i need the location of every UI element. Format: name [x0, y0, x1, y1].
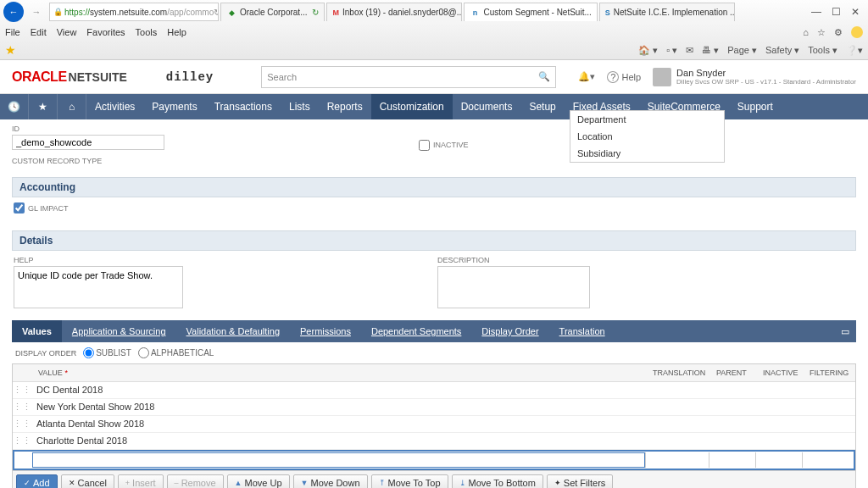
col-value[interactable]: VALUE *: [13, 364, 648, 381]
inactive-label: INACTIVE: [433, 141, 469, 149]
toolbar-home-icon[interactable]: 🏠 ▾: [638, 45, 658, 56]
help-link[interactable]: ?Help: [607, 72, 641, 82]
help-textarea[interactable]: Unique ID code per Trade Show.: [14, 266, 183, 308]
toolbar-safety[interactable]: Safety ▾: [765, 45, 799, 56]
window-close-icon[interactable]: ✕: [851, 6, 860, 18]
drag-handle-icon[interactable]: ⋮⋮: [13, 402, 31, 413]
table-row[interactable]: ⋮⋮Atlanta Dental Show 2018: [13, 416, 855, 433]
lock-icon: 🔒: [53, 8, 63, 16]
search-icon[interactable]: 🔍: [538, 71, 550, 82]
toolbar-print-icon[interactable]: 🖶 ▾: [702, 45, 719, 56]
set-filters-button[interactable]: ✦Set Filters: [547, 474, 614, 488]
tab-permissions[interactable]: Permissions: [290, 320, 361, 342]
browser-tab-3[interactable]: SNetSuite I.C.E. Implemenation ...: [599, 3, 735, 21]
toolbar-tools[interactable]: Tools ▾: [808, 45, 837, 56]
favorites-star-icon[interactable]: ★: [5, 43, 16, 57]
accounting-header[interactable]: Accounting: [12, 177, 856, 197]
nav-home-icon[interactable]: ⌂: [58, 94, 86, 119]
add-button[interactable]: ✓Add: [16, 474, 58, 488]
col-parent[interactable]: PARENT: [711, 364, 758, 381]
drag-handle-icon[interactable]: ⋮⋮: [13, 385, 31, 396]
home-chrome-icon[interactable]: ⌂: [803, 27, 809, 37]
tab-values[interactable]: Values: [12, 320, 62, 342]
table-row[interactable]: ⋮⋮Charlotte Dental 2018: [13, 433, 855, 450]
nav-setup[interactable]: Setup: [520, 94, 564, 119]
tab-validation-defaulting[interactable]: Validation & Defaulting: [176, 320, 290, 342]
nav-lists[interactable]: Lists: [281, 94, 319, 119]
window-maximize-icon[interactable]: ☐: [832, 6, 841, 18]
description-textarea[interactable]: [437, 266, 590, 308]
tabs-maximize-icon[interactable]: ▭: [834, 326, 856, 337]
drag-handle-icon[interactable]: ⋮⋮: [13, 419, 31, 430]
tab-display-order[interactable]: Display Order: [471, 320, 548, 342]
avatar: [653, 68, 671, 86]
nav-star-icon[interactable]: ★: [29, 94, 58, 119]
gl-impact-checkbox[interactable]: [14, 202, 25, 214]
tab-translation[interactable]: Translation: [549, 320, 615, 342]
nav-activities[interactable]: Activities: [86, 94, 143, 119]
url-https: https://: [64, 8, 90, 17]
global-search-input[interactable]: Search 🔍: [261, 66, 556, 88]
browser-tab-1[interactable]: MInbox (19) - daniel.snyder08@...: [326, 3, 462, 21]
menu-favorites[interactable]: Favorites: [86, 27, 125, 37]
col-inactive[interactable]: INACTIVE: [758, 364, 804, 381]
toolbar-feed-icon[interactable]: ▫ ▾: [666, 45, 677, 56]
down-icon: ▼: [301, 479, 309, 487]
nav-reports[interactable]: Reports: [319, 94, 371, 119]
new-value-input[interactable]: [32, 452, 645, 468]
move-down-button[interactable]: ▼Move Down: [293, 474, 368, 488]
browser-tab-2[interactable]: nCustom Segment - NetSuit...: [464, 3, 597, 21]
window-minimize-icon[interactable]: —: [811, 6, 821, 18]
browser-tab-0[interactable]: ◆Oracle Corporat...↻: [220, 3, 325, 21]
remove-button[interactable]: –Remove: [167, 474, 224, 488]
side-item-location[interactable]: Location: [570, 128, 724, 145]
user-menu[interactable]: Dan Snyder Dilley Svcs OW SRP - US - v17…: [653, 68, 856, 86]
new-row-entry[interactable]: [13, 450, 855, 470]
id-input[interactable]: [12, 135, 164, 150]
insert-button[interactable]: +Insert: [118, 474, 164, 488]
cancel-row-button[interactable]: ✕Cancel: [61, 474, 114, 488]
tab-dependent-segments[interactable]: Dependent Segments: [361, 320, 471, 342]
tab-application-sourcing[interactable]: Application & Sourcing: [62, 320, 176, 342]
nav-documents[interactable]: Documents: [453, 94, 521, 119]
menu-view[interactable]: View: [57, 27, 77, 37]
nav-recent-icon[interactable]: 🕓: [0, 94, 29, 119]
tab-refresh-icon[interactable]: ↻: [312, 8, 319, 17]
display-order-label: DISPLAY ORDER: [15, 349, 76, 358]
id-label: ID: [12, 125, 164, 133]
radio-alphabetical[interactable]: ALPHABETICAL: [138, 347, 214, 358]
move-bottom-button[interactable]: ⤓Move To Bottom: [452, 474, 543, 488]
toolbar-help-icon[interactable]: ❔▾: [846, 45, 863, 56]
notifications-icon[interactable]: 🔔▾: [578, 71, 595, 82]
move-top-button[interactable]: ⤒Move To Top: [371, 474, 448, 488]
nav-back-button[interactable]: ←: [3, 2, 24, 22]
col-filtering[interactable]: FILTERING: [804, 364, 855, 381]
menu-help[interactable]: Help: [167, 27, 186, 37]
menu-file[interactable]: File: [5, 27, 20, 37]
drag-handle-icon[interactable]: ⋮⋮: [13, 435, 31, 446]
stop-icon[interactable]: ↻: [214, 8, 219, 17]
table-row[interactable]: ⋮⋮New York Dental Show 2018: [13, 399, 855, 416]
side-item-subsidiary[interactable]: Subsidiary: [570, 145, 724, 162]
table-row[interactable]: ⋮⋮DC Dental 2018: [13, 382, 855, 399]
netsuite-logo: NETSUITE: [69, 70, 127, 84]
side-item-department[interactable]: Department: [570, 111, 724, 128]
radio-sublist[interactable]: SUBLIST: [83, 347, 131, 358]
nav-customization[interactable]: Customization: [371, 94, 453, 119]
smiley-icon[interactable]: [851, 26, 863, 38]
col-translation[interactable]: TRANSLATION: [648, 364, 711, 381]
star-chrome-icon[interactable]: ☆: [817, 27, 826, 38]
nav-support[interactable]: Support: [729, 94, 782, 119]
gear-chrome-icon[interactable]: ⚙: [834, 27, 843, 38]
toolbar-page[interactable]: Page ▾: [727, 45, 757, 56]
url-bar[interactable]: 🔒 https://system.netsuite.com/app/commo …: [49, 3, 219, 21]
nav-forward-button[interactable]: →: [25, 2, 47, 22]
inactive-checkbox[interactable]: [419, 140, 430, 151]
details-header[interactable]: Details: [12, 230, 856, 251]
move-up-button[interactable]: ▲Move Up: [227, 474, 290, 488]
menu-tools[interactable]: Tools: [136, 27, 158, 37]
nav-transactions[interactable]: Transactions: [206, 94, 281, 119]
menu-edit[interactable]: Edit: [31, 27, 47, 37]
nav-payments[interactable]: Payments: [143, 94, 205, 119]
toolbar-mail-icon[interactable]: ✉: [686, 45, 693, 56]
